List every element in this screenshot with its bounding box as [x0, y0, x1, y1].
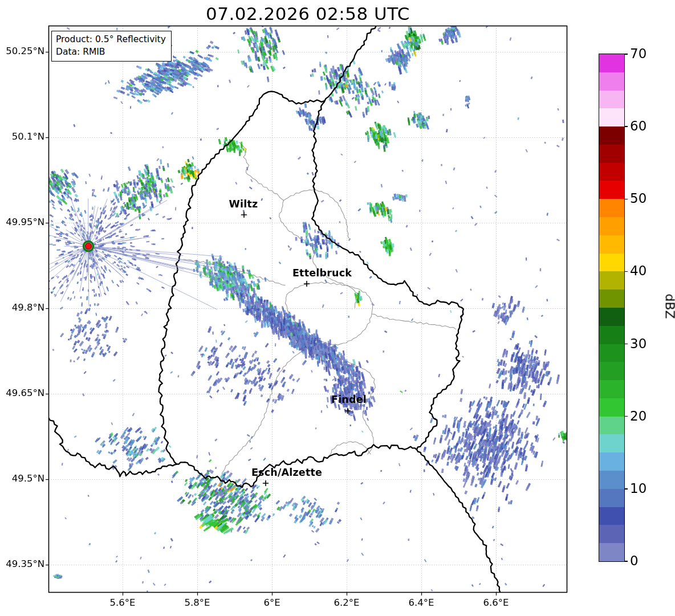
colorbar-band	[599, 398, 624, 417]
colorbar-band	[599, 507, 624, 525]
colorbar-band	[599, 434, 624, 452]
colorbar-tick-mark	[624, 416, 628, 417]
colorbar-tick-mark	[624, 126, 628, 127]
y-tick-label: 49.95°N	[0, 217, 44, 227]
figure-title: 07.02.2026 02:58 UTC	[48, 3, 567, 24]
y-tick-label: 49.8°N	[0, 302, 44, 313]
colorbar-band	[599, 362, 624, 380]
y-tick-label: 49.35°N	[0, 558, 44, 569]
colorbar-band	[599, 54, 624, 72]
colorbar-band	[599, 471, 624, 489]
city-label-findel: Findel	[298, 394, 400, 405]
colorbar-tick-mark	[624, 199, 628, 199]
colorbar-band	[599, 271, 624, 289]
colorbar-band	[599, 525, 624, 543]
colorbar-tick-mark	[624, 561, 628, 561]
colorbar-band	[599, 543, 624, 561]
y-tick-label: 49.65°N	[0, 387, 44, 398]
colorbar-band	[599, 72, 624, 91]
colorbar-tick-label: 10	[630, 481, 646, 496]
x-tick-label: 6.6°E	[470, 597, 522, 608]
colorbar-tick-label: 70	[630, 46, 646, 61]
colorbar-tick-label: 0	[630, 553, 639, 568]
colorbar-band	[599, 452, 624, 471]
y-tick-label: 50.1°N	[0, 131, 44, 142]
colorbar-band	[599, 417, 624, 435]
city-label-ettelbruck: Ettelbruck	[271, 267, 373, 279]
colorbar-band	[599, 181, 624, 199]
data-source-line: Data: RMIB	[56, 46, 166, 58]
colorbar-tick-mark	[624, 344, 628, 344]
colorbar	[599, 54, 625, 562]
colorbar-band	[599, 289, 624, 308]
y-tick-label: 50.25°N	[0, 46, 44, 56]
colorbar-tick-label: 20	[630, 409, 646, 423]
colorbar-tick-label: 50	[630, 191, 646, 206]
colorbar-band	[599, 308, 624, 326]
x-tick-label: 6°E	[246, 597, 298, 608]
radar-figure: 07.02.2026 02:58 UTC Product: 0.5° Refle…	[0, 0, 675, 616]
colorbar-tick-label: 30	[630, 336, 646, 351]
colorbar-band	[599, 489, 624, 507]
colorbar-band	[599, 380, 624, 398]
y-tick-label: 49.5°N	[0, 473, 44, 484]
x-tick-label: 5.6°E	[97, 597, 148, 608]
map-canvas	[0, 0, 675, 616]
colorbar-band	[599, 217, 624, 235]
colorbar-band	[599, 91, 624, 109]
colorbar-band	[599, 163, 624, 181]
colorbar-tick-label: 60	[630, 119, 646, 133]
x-tick-label: 6.2°E	[321, 597, 372, 608]
colorbar-band	[599, 326, 624, 344]
product-info-line: Product: 0.5° Reflectivity	[56, 33, 166, 46]
colorbar-band	[599, 254, 624, 272]
colorbar-band	[599, 145, 624, 163]
colorbar-tick-mark	[624, 488, 628, 489]
x-tick-label: 5.8°E	[172, 597, 223, 608]
colorbar-band	[599, 235, 624, 254]
colorbar-tick-mark	[624, 271, 628, 272]
colorbar-tick-label: 40	[630, 263, 646, 278]
colorbar-band	[599, 108, 624, 127]
colorbar-band	[599, 127, 624, 145]
colorbar-unit-label: dBZ	[663, 293, 675, 319]
product-info-box: Product: 0.5° Reflectivity Data: RMIB	[51, 31, 172, 62]
colorbar-band	[599, 199, 624, 217]
city-label-esch-alzette: Esch/Alzette	[235, 467, 338, 478]
colorbar-tick-mark	[624, 54, 628, 54]
city-label-wiltz: Wiltz	[192, 198, 295, 210]
x-tick-label: 6.4°E	[396, 597, 447, 608]
colorbar-band	[599, 344, 624, 362]
